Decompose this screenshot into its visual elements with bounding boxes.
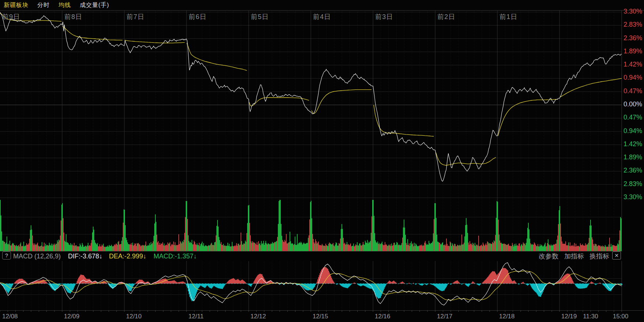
time-axis-date: 12/16	[375, 313, 391, 320]
day-label: 前9日	[2, 12, 20, 21]
day-label: 前6日	[189, 12, 207, 21]
price-axis-label: 1.89%	[622, 48, 642, 55]
time-axis-time: 11:30	[583, 313, 598, 320]
price-axis-label: 1.89%	[622, 154, 642, 161]
price-axis-label: 3.30%	[622, 193, 642, 201]
day-label: 前8日	[64, 12, 82, 21]
macd-dea-value: DEA:-2.999↓	[109, 251, 146, 261]
macd-dif-value: DIF:-3.678↓	[68, 251, 102, 261]
chart-canvas[interactable]	[0, 0, 644, 322]
price-axis-label: 0.47%	[622, 87, 642, 95]
time-axis-date: 12/19	[561, 313, 577, 320]
time-axis-date: 12/10	[126, 313, 142, 320]
price-axis-label: 0.00%	[622, 101, 642, 108]
price-axis-label: 0.94%	[622, 74, 642, 82]
price-axis-label: 2.36%	[622, 34, 642, 42]
change-params-button[interactable]: 改参数	[539, 251, 558, 261]
macd-value: MACD:-1.357↓	[154, 251, 197, 261]
day-label: 前3日	[375, 12, 393, 21]
time-axis-date: 12/09	[64, 313, 80, 320]
price-axis-label: 1.42%	[622, 61, 642, 68]
price-axis-label: 1.42%	[622, 140, 642, 148]
price-axis-label: 2.36%	[622, 167, 642, 174]
price-axis-label: 3.30%	[622, 8, 642, 15]
price-axis-label: 0.94%	[622, 127, 642, 135]
day-label: 前1日	[500, 12, 517, 21]
time-axis-time: 15:00	[613, 313, 629, 320]
time-axis-date: 12/12	[251, 313, 266, 320]
time-axis-date: 12/18	[499, 313, 515, 320]
day-label: 前2日	[437, 12, 455, 21]
day-label: 前7日	[127, 12, 144, 21]
day-label: 前4日	[313, 12, 331, 21]
time-axis-date: 12/15	[313, 313, 328, 320]
time-axis-date: 12/11	[188, 313, 203, 320]
indicator-name[interactable]: MACD (12,26,9)	[13, 251, 61, 261]
price-axis-label: 2.83%	[622, 180, 642, 188]
switch-indicator-button[interactable]: 换指标	[590, 251, 609, 261]
close-icon[interactable]: ✕	[612, 251, 621, 260]
time-axis-date: 12/08	[2, 313, 18, 320]
stock-chart-app: 新疆板块 分时 均线 成交量(手) 前9日前8日前7日前6日前5日前4日前3日前…	[0, 0, 644, 322]
day-label: 前5日	[251, 12, 269, 21]
help-icon[interactable]: ?	[2, 251, 11, 260]
price-axis-label: 2.83%	[622, 21, 642, 29]
add-indicator-button[interactable]: 加指标	[564, 251, 584, 261]
time-axis-date: 12/17	[437, 313, 453, 320]
indicator-toolbar: ? MACD (12,26,9) DIF:-3.678↓ DEA:-2.999↓…	[0, 251, 644, 261]
price-axis-label: 0.47%	[622, 114, 642, 121]
